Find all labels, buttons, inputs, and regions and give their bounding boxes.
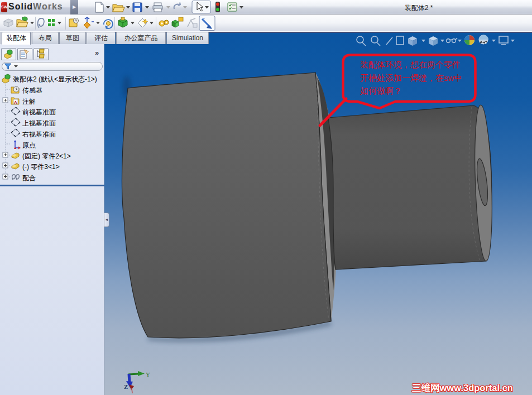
svg-text:A: A — [14, 100, 17, 105]
svg-text:Y: Y — [146, 371, 150, 378]
svg-text:Z: Z — [124, 383, 128, 390]
